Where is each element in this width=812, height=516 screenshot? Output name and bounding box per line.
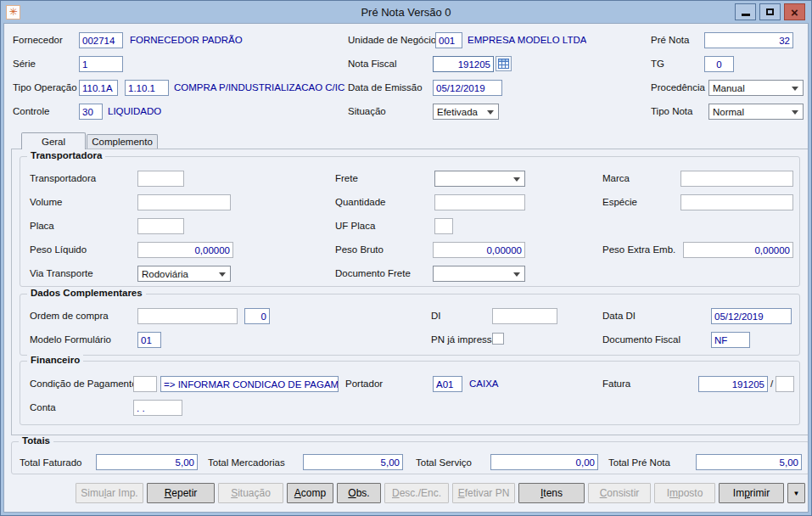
fatura-parcela-input[interactable] (776, 376, 794, 392)
tab-complemento[interactable]: Complemento (87, 134, 158, 149)
pre-nota-window: ✳ Pré Nota Versão 0 × Fornecedor 002714 … (0, 0, 812, 516)
tipo-operacao-code1-input[interactable]: 110.1A (79, 80, 118, 96)
conta-input[interactable]: . . (133, 400, 182, 416)
uf-placa-label: UF Placa (335, 221, 375, 231)
consistir-button: Consistir (588, 483, 651, 503)
tg-input[interactable]: 0 (704, 56, 734, 72)
frete-label: Frete (335, 173, 358, 183)
transportadora-input[interactable] (137, 171, 184, 187)
chevron-down-icon (513, 272, 520, 277)
situacao-value: Efetivada (437, 107, 478, 117)
documento-frete-label: Documento Frete (335, 268, 411, 278)
button-label: Im (733, 487, 744, 499)
chevron-down-icon (792, 87, 798, 91)
button-label: comp (301, 487, 326, 499)
tipo-operacao-label: Tipo Operação (13, 82, 77, 93)
nota-fiscal-label: Nota Fiscal (348, 59, 397, 69)
minimize-button[interactable] (735, 3, 756, 20)
controle-input[interactable]: 30 (79, 104, 103, 120)
efetivar-pn-button: Efetivar PN (452, 483, 515, 503)
condicao-pagamento-desc-input[interactable]: => INFORMAR CONDICAO DE PAGAMENTO (160, 376, 339, 392)
di-input[interactable] (492, 308, 557, 324)
totais-group-title: Totais (19, 435, 53, 446)
via-transporte-value: Rodoviária (142, 269, 188, 279)
fatura-input[interactable]: 191205 (698, 376, 768, 392)
frete-select[interactable] (434, 171, 525, 187)
repetir-button[interactable]: Repetir (147, 483, 215, 503)
procedencia-label: Procedência (651, 82, 705, 93)
button-label: rimir (750, 487, 770, 499)
button-mnemonic: C (600, 487, 608, 499)
fornecedor-input[interactable]: 002714 (79, 32, 123, 48)
marca-label: Marca (602, 173, 630, 183)
especie-input[interactable] (680, 194, 793, 210)
button-mnemonic: p (744, 487, 750, 499)
title-bar[interactable]: ✳ Pré Nota Versão 0 × (3, 1, 809, 23)
ordem-compra-seq-input[interactable]: 0 (244, 308, 270, 324)
tipo-nota-select[interactable]: Normal (708, 104, 804, 120)
documento-fiscal-input[interactable]: NF (711, 332, 750, 348)
obs-button[interactable]: Obs. (337, 483, 381, 503)
volume-input[interactable] (137, 194, 231, 210)
total-servico-label: Total Serviço (416, 457, 472, 468)
situacao-button: Situação (218, 483, 283, 503)
peso-extra-input[interactable]: 0,00000 (683, 242, 793, 258)
procedencia-select[interactable]: Manual (708, 80, 804, 96)
condicao-pagamento-code-input[interactable] (133, 376, 157, 392)
window-title: Pré Nota Versão 0 (3, 6, 809, 19)
financeiro-group-title: Financeiro (27, 355, 83, 365)
modelo-formulario-input[interactable]: 01 (137, 332, 161, 348)
total-faturado-input[interactable]: 5,00 (96, 454, 198, 470)
tab-geral[interactable]: Geral (21, 132, 86, 149)
button-label: bs. (356, 487, 370, 499)
itens-button[interactable]: Itens (518, 483, 585, 503)
button-mnemonic: D (392, 487, 400, 499)
di-label: DI (431, 311, 441, 321)
chevron-down-icon (219, 272, 226, 277)
nota-fiscal-lookup-button[interactable] (496, 56, 512, 71)
maximize-button[interactable] (759, 3, 781, 20)
documento-frete-select[interactable] (433, 266, 525, 282)
uf-placa-input[interactable] (434, 218, 453, 234)
fornecedor-name: FORNECEDOR PADRÃO (130, 35, 243, 45)
imprimir-button[interactable]: Imprimir (719, 483, 784, 503)
nota-fiscal-input[interactable]: 191205 (433, 56, 494, 72)
acomp-button[interactable]: Acomp (287, 483, 333, 503)
peso-bruto-input[interactable]: 0,00000 (433, 242, 525, 258)
especie-label: Espécie (602, 197, 637, 207)
total-mercadorias-input[interactable]: 5,00 (303, 454, 403, 470)
quantidade-input[interactable] (434, 194, 525, 210)
placa-label: Placa (30, 221, 54, 231)
dados-complementares-group-title: Dados Complementares (27, 288, 146, 298)
pre-nota-input[interactable]: 32 (704, 32, 793, 48)
total-servico-input[interactable]: 0,00 (490, 454, 598, 470)
total-pre-nota-input[interactable]: 5,00 (696, 454, 802, 470)
ordem-compra-input[interactable] (137, 308, 238, 324)
data-di-input[interactable]: 05/12/2019 (711, 308, 792, 324)
simular-imp-button: Simular Imp. (76, 483, 143, 503)
serie-label: Série (13, 59, 36, 69)
via-transporte-label: Via Transporte (30, 268, 93, 278)
tipo-operacao-code2-input[interactable]: 1.10.1 (125, 80, 169, 96)
button-mnemonic: R (165, 487, 172, 499)
portador-name: CAIXA (469, 379, 499, 389)
imposto-button: Imposto (654, 483, 715, 503)
button-label: fetivar PN (465, 487, 510, 499)
total-pre-nota-label: Total Pré Nota (608, 457, 670, 468)
more-actions-button[interactable]: ▼ (787, 483, 805, 503)
button-label: ituação (238, 487, 271, 499)
pn-ja-impressa-checkbox[interactable] (492, 333, 504, 345)
via-transporte-select[interactable]: Rodoviária (137, 266, 231, 282)
pn-ja-impressa-label: PN já impressa (431, 334, 497, 345)
serie-input[interactable]: 1 (79, 56, 123, 72)
close-button[interactable]: × (784, 3, 805, 20)
portador-input[interactable]: A01 (433, 376, 462, 392)
unidade-negocio-input[interactable]: 001 (435, 32, 462, 48)
data-emissao-input[interactable]: 05/12/2019 (433, 80, 502, 96)
placa-input[interactable] (137, 218, 184, 234)
situacao-select[interactable]: Efetivada (433, 104, 499, 120)
unidade-negocio-name: EMPRESA MODELO LTDA (468, 35, 586, 45)
marca-input[interactable] (680, 171, 793, 187)
button-label: onsistir (607, 487, 639, 499)
peso-liquido-input[interactable]: 0,00000 (137, 242, 233, 258)
